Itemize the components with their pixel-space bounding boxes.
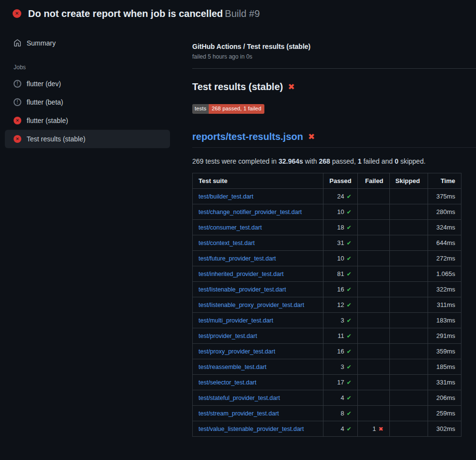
table-header-row: Test suite Passed Failed Skipped Time [193, 173, 461, 189]
check-icon: ✔ [347, 364, 352, 370]
failed-cell [357, 406, 389, 421]
time-cell: 359ms [428, 344, 461, 359]
test-suite-link[interactable]: test/future_provider_test.dart [199, 255, 276, 262]
test-suite-link[interactable]: test/selector_test.dart [199, 379, 257, 386]
passed-cell: 10✔ [323, 204, 358, 220]
check-icon: ✔ [347, 379, 352, 386]
table-row: test/listenable_provider_test.dart 16✔ 3… [193, 282, 461, 297]
time-cell: 259ms [428, 406, 461, 421]
failed-cell [357, 282, 389, 297]
test-suite-link[interactable]: test/stream_provider_test.dart [199, 410, 279, 417]
test-suite-link[interactable]: test/consumer_test.dart [199, 224, 262, 231]
check-icon: ✔ [347, 410, 352, 417]
sidebar-item-test-results-stable[interactable]: ✕ Test results (stable) [5, 130, 170, 148]
failed-cell: 1✖ [357, 421, 389, 437]
test-suite-link[interactable]: test/stateful_provider_test.dart [199, 395, 280, 401]
test-suite-link[interactable]: test/change_notifier_provider_test.dart [199, 209, 302, 215]
failed-count: 1 [372, 425, 376, 432]
check-icon: ✔ [347, 255, 352, 262]
test-suite-link[interactable]: test/listenable_provider_test.dart [199, 286, 286, 293]
failed-cell [357, 235, 389, 251]
sidebar-item-flutter-stable[interactable]: ✕ flutter (stable) [5, 111, 170, 130]
failed-x-icon: ✖ [308, 133, 315, 141]
passed-cell: 8✔ [323, 406, 358, 421]
time-cell: 375ms [428, 189, 461, 204]
test-suite-link[interactable]: test/builder_test.dart [199, 193, 253, 200]
time-cell: 1.065s [428, 266, 461, 282]
passed-count: 4 [340, 425, 344, 432]
check-title-text: Test results (stable) [192, 81, 283, 92]
test-results-table: Test suite Passed Failed Skipped Time te… [192, 173, 461, 437]
passed-cell: 17✔ [323, 375, 358, 390]
check-icon: ✔ [347, 317, 352, 324]
test-suite-link[interactable]: test/value_listenable_provider_test.dart [199, 426, 304, 432]
skipped-cell [389, 421, 428, 437]
x-icon: ✖ [379, 426, 384, 432]
table-row: test/proxy_provider_test.dart 16✔ 359ms [193, 344, 461, 359]
table-row: test/selector_test.dart 17✔ 331ms [193, 375, 461, 390]
test-suite-link[interactable]: test/multi_provider_test.dart [199, 317, 273, 324]
skipped-cell [389, 266, 428, 282]
test-suite-link[interactable]: test/context_test.dart [199, 240, 255, 246]
suite-cell: test/selector_test.dart [193, 375, 323, 390]
check-title: Test results (stable) ✖ [192, 81, 461, 92]
sidebar-item-summary[interactable]: Summary [5, 34, 170, 52]
header-failed: Failed [357, 173, 389, 189]
failed-status-icon: ✕ [13, 9, 21, 18]
failed-cell [357, 313, 389, 328]
suite-cell: test/multi_provider_test.dart [193, 313, 323, 328]
tests-badge: tests 268 passed, 1 failed [192, 104, 264, 114]
passed-cell: 16✔ [323, 344, 358, 359]
skipped-cell [389, 282, 428, 297]
table-row: test/consumer_test.dart 18✔ 324ms [193, 220, 461, 235]
passed-count: 16 [337, 286, 344, 293]
suite-cell: test/stream_provider_test.dart [193, 406, 323, 421]
test-suite-link[interactable]: test/proxy_provider_test.dart [199, 348, 275, 355]
skipped-cell [389, 204, 428, 220]
sidebar-item-flutter-beta[interactable]: ! flutter (beta) [5, 93, 170, 111]
table-row: test/future_provider_test.dart 10✔ 272ms [193, 251, 461, 266]
passed-cell: 4✔ [323, 421, 358, 437]
suite-cell: test/value_listenable_provider_test.dart [193, 421, 323, 437]
job-label: flutter (stable) [27, 117, 68, 124]
failed-icon: ✕ [14, 135, 21, 143]
time-cell: 185ms [428, 359, 461, 375]
time-cell: 324ms [428, 220, 461, 235]
check-icon: ✔ [347, 224, 352, 231]
skipped-cell [389, 375, 428, 390]
suite-cell: test/builder_test.dart [193, 189, 323, 204]
report-link[interactable]: reports/test-results.json [192, 131, 303, 142]
time-cell: 322ms [428, 282, 461, 297]
passed-cell: 16✔ [323, 282, 358, 297]
passed-cell: 10✔ [323, 251, 358, 266]
suite-cell: test/listenable_provider_test.dart [193, 282, 323, 297]
divider [192, 68, 476, 69]
job-label: flutter (dev) [27, 80, 61, 88]
passed-cell: 4✔ [323, 390, 358, 406]
check-icon: ✔ [347, 302, 352, 308]
breadcrumb: GitHub Actions / Test results (stable) [192, 43, 461, 50]
check-icon: ✔ [347, 193, 352, 200]
failed-cell [357, 375, 389, 390]
passed-count: 18 [337, 224, 344, 231]
test-suite-link[interactable]: test/listenable_proxy_provider_test.dart [199, 302, 304, 308]
sidebar-item-flutter-dev[interactable]: ! flutter (dev) [5, 75, 170, 93]
status-line: failed 5 hours ago in 0s [192, 53, 461, 60]
test-suite-link[interactable]: test/provider_test.dart [199, 333, 257, 339]
table-row: test/builder_test.dart 24✔ 375ms [193, 189, 461, 204]
test-suite-link[interactable]: test/reassemble_test.dart [199, 364, 266, 370]
page-header: ✕ Do not create report when job is cance… [0, 0, 476, 26]
failed-icon: ✕ [14, 117, 21, 124]
failed-cell [357, 359, 389, 375]
suite-cell: test/context_test.dart [193, 235, 323, 251]
badge-value: 268 passed, 1 failed [209, 104, 264, 114]
check-icon: ✔ [347, 286, 352, 293]
test-suite-link[interactable]: test/inherited_provider_test.dart [199, 271, 284, 277]
table-row: test/provider_test.dart 11✔ 291ms [193, 328, 461, 344]
skipped-cell [389, 189, 428, 204]
passed-count: 11 [338, 332, 344, 339]
jobs-section-label: Jobs [14, 64, 170, 71]
skipped-cell [389, 328, 428, 344]
skipped-cell [389, 220, 428, 235]
table-row: test/stream_provider_test.dart 8✔ 259ms [193, 406, 461, 421]
